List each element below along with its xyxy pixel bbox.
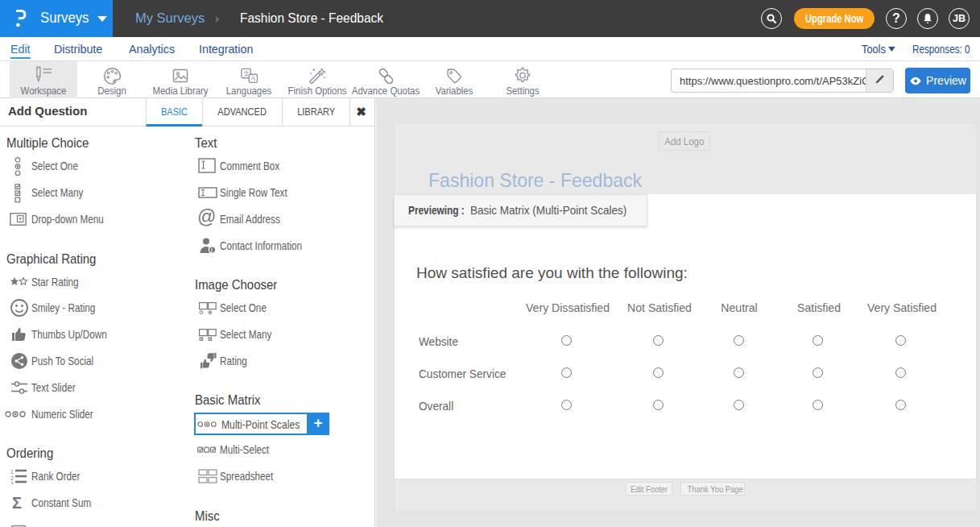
svg-text:2: 2: [10, 475, 14, 481]
svg-text:Σ: Σ: [12, 495, 22, 511]
svg-text:1: 1: [10, 469, 14, 475]
svg-text:i: i: [211, 247, 213, 253]
svg-text:3: 3: [10, 481, 14, 484]
svg-text:A: A: [250, 74, 255, 82]
